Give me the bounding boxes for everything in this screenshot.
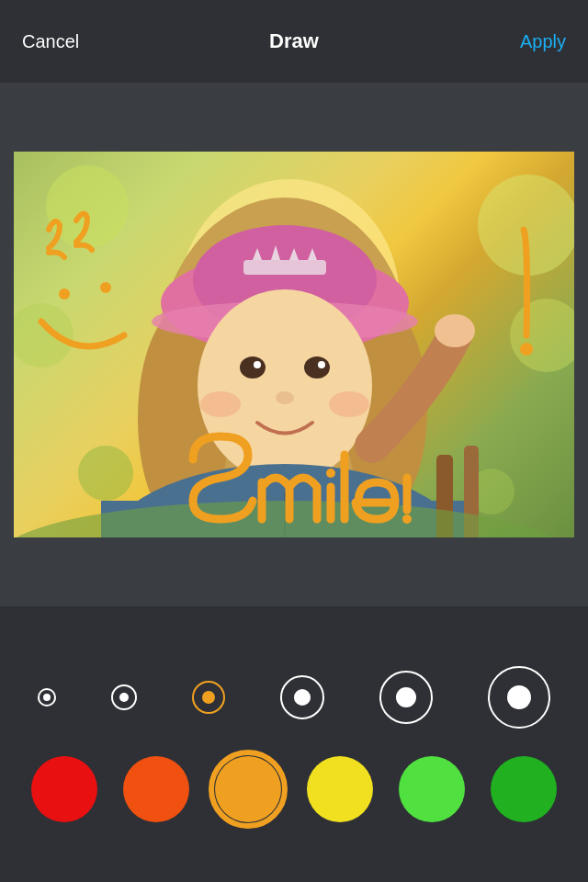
cancel-button[interactable]: Cancel <box>22 31 79 52</box>
brush-size-inner-md <box>202 691 215 704</box>
brush-size-sm[interactable] <box>111 684 137 710</box>
svg-point-30 <box>435 314 475 347</box>
svg-point-20 <box>304 356 330 379</box>
color-swatch-orange-sel[interactable] <box>215 756 281 822</box>
brush-size-inner-xl <box>396 687 416 707</box>
svg-point-4 <box>78 446 133 501</box>
svg-rect-13 <box>243 260 326 275</box>
photo-container <box>14 152 574 537</box>
svg-point-1 <box>478 175 574 276</box>
brush-size-inner-sm <box>119 693 129 702</box>
svg-point-19 <box>240 356 266 379</box>
drawing-toolbar <box>0 606 588 882</box>
apply-button[interactable]: Apply <box>520 31 566 52</box>
color-swatch-light-green[interactable] <box>399 756 465 822</box>
svg-point-22 <box>318 361 325 368</box>
app-header: Cancel Draw Apply <box>0 0 588 83</box>
screen-title: Draw <box>269 29 319 53</box>
color-swatch-dark-green[interactable] <box>491 756 557 822</box>
brush-size-row <box>0 666 588 729</box>
drawing-canvas-area[interactable] <box>0 83 588 606</box>
brush-size-inner-lg <box>294 689 311 706</box>
brush-size-inner-xs <box>43 694 51 701</box>
color-swatch-red[interactable] <box>31 756 97 822</box>
svg-point-3 <box>510 299 574 372</box>
brush-size-md[interactable] <box>192 681 225 714</box>
svg-point-24 <box>200 391 241 417</box>
photo-content <box>14 152 574 537</box>
svg-point-21 <box>254 361 261 368</box>
color-swatch-yellow[interactable] <box>307 756 373 822</box>
brush-size-lg[interactable] <box>280 675 324 719</box>
svg-point-18 <box>198 289 372 482</box>
color-picker-row <box>0 756 588 822</box>
svg-point-25 <box>329 391 369 417</box>
brush-size-inner-xxl <box>507 685 531 709</box>
brush-size-xxl[interactable] <box>488 666 550 729</box>
svg-point-2 <box>14 303 74 368</box>
brush-size-xs[interactable] <box>38 688 56 707</box>
brush-size-xl[interactable] <box>379 671 433 724</box>
svg-point-23 <box>276 391 294 404</box>
svg-point-0 <box>46 165 129 248</box>
color-swatch-orange[interactable] <box>123 756 189 822</box>
